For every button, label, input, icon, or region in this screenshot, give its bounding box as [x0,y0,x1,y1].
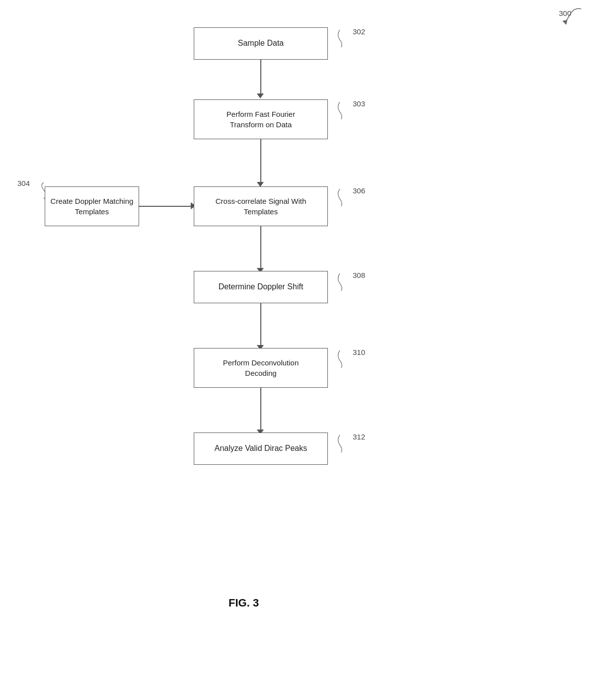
box-sample-data: Sample Data [194,27,328,60]
squiggle-302 [334,27,354,47]
corner-arrow-icon [556,5,584,30]
squiggle-306 [334,186,354,206]
arrow-302-to-303 [260,60,261,95]
squiggle-308 [334,271,354,291]
arrowhead-302-to-303 [257,93,264,98]
label-num-308: 308 [353,271,365,279]
arrow-304-to-306 [139,206,194,207]
label-num-310: 310 [353,348,365,356]
box-determine-doppler: Determine Doppler Shift [194,271,328,303]
arrow-303-to-306 [260,139,261,184]
label-num-302: 302 [353,27,365,36]
label-num-304: 304 [17,179,30,187]
label-num-312: 312 [353,433,365,441]
box-fft: Perform Fast FourierTransform on Data [194,99,328,139]
box-analyze-dirac: Analyze Valid Dirac Peaks [194,433,328,465]
arrow-308-to-310 [260,303,261,347]
arrow-306-to-308 [260,226,261,270]
squiggle-303 [334,99,354,119]
box-deconvolution: Perform DeconvolutionDecoding [194,348,328,388]
squiggle-310 [334,348,354,368]
squiggle-312 [334,433,354,452]
label-num-303: 303 [353,99,365,108]
box-cross-correlate: Cross-correlate Signal WithTemplates [194,186,328,226]
figure-label: FIG. 3 [229,597,259,609]
label-num-306: 306 [353,186,365,195]
box-create-doppler-templates: Create Doppler Matching Templates [45,186,139,226]
svg-marker-0 [562,20,567,25]
arrow-310-to-312 [260,388,261,432]
diagram-container: 300 304 Create Doppler Matching Template… [0,0,616,694]
